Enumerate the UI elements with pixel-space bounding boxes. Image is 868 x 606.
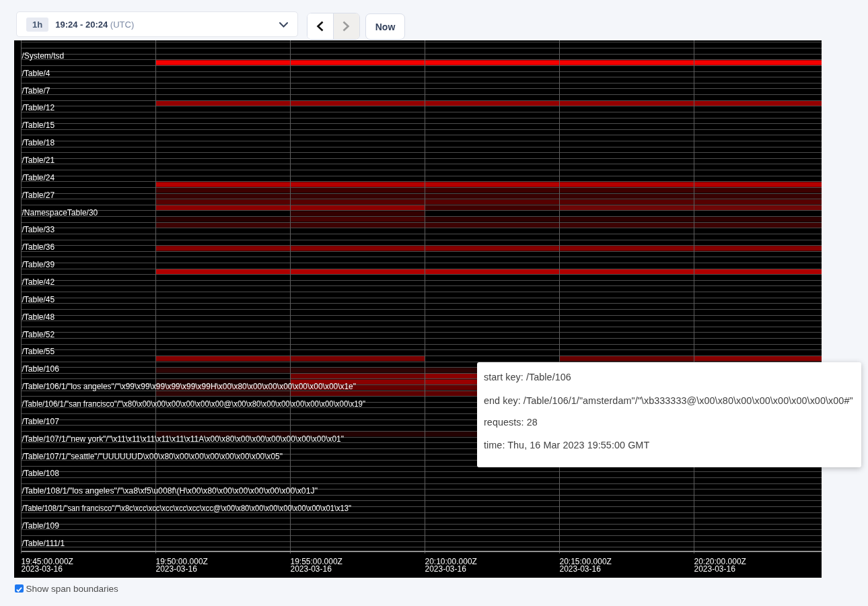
svg-text:/Table/39: /Table/39 (22, 260, 55, 269)
svg-text:/Table/109: /Table/109 (22, 521, 60, 531)
svg-text:/Table/36: /Table/36 (22, 242, 55, 252)
svg-text:/System/tsd: /System/tsd (22, 51, 65, 61)
svg-text:/Table/107/1/"seattle"/"UUUUUU: /Table/107/1/"seattle"/"UUUUUUD\x00\x80\… (22, 452, 283, 461)
svg-text:/Table/15: /Table/15 (22, 121, 55, 130)
svg-text:/Table/106/1/"san francisco"/": /Table/106/1/"san francisco"/"\x80\x00\x… (22, 399, 366, 409)
svg-text:/Table/106: /Table/106 (22, 364, 60, 374)
svg-text:/Table/52: /Table/52 (22, 330, 55, 339)
svg-text:2023-03-16: 2023-03-16 (560, 564, 602, 574)
svg-text:/Table/24: /Table/24 (22, 173, 55, 182)
svg-text:2023-03-16: 2023-03-16 (22, 564, 63, 574)
svg-text:/Table/106/1/"los angeles"/"\x: /Table/106/1/"los angeles"/"\x99\x99\x99… (22, 382, 357, 391)
svg-text:/Table/42: /Table/42 (22, 277, 55, 287)
svg-text:2023-03-16: 2023-03-16 (694, 564, 736, 574)
svg-text:/Table/4: /Table/4 (22, 69, 50, 78)
svg-text:/Table/108: /Table/108 (22, 469, 60, 478)
svg-text:/Table/45: /Table/45 (22, 295, 55, 304)
svg-text:/Table/107/1/"new york"/"\x11\: /Table/107/1/"new york"/"\x11\x11\x11\x1… (22, 434, 345, 444)
svg-text:/Table/111/1: /Table/111/1 (22, 539, 65, 548)
svg-text:/Table/12: /Table/12 (22, 103, 55, 112)
svg-text:/Table/21: /Table/21 (22, 156, 55, 165)
svg-text:/Table/7: /Table/7 (22, 86, 50, 96)
svg-text:/NamespaceTable/30: /NamespaceTable/30 (22, 208, 98, 217)
svg-text:/Table/33: /Table/33 (22, 225, 55, 234)
svg-text:/Table/108/1/"san francisco"/": /Table/108/1/"san francisco"/"\x8c\xcc\x… (22, 504, 352, 513)
svg-text:/Table/107: /Table/107 (22, 417, 60, 426)
svg-text:2023-03-16: 2023-03-16 (156, 564, 198, 574)
svg-text:2023-03-16: 2023-03-16 (425, 564, 467, 574)
svg-text:/Table/48: /Table/48 (22, 312, 55, 322)
svg-text:/Table/27: /Table/27 (22, 191, 55, 200)
svg-text:/Table/55: /Table/55 (22, 347, 55, 356)
svg-text:/Table/18: /Table/18 (22, 138, 55, 147)
svg-text:2023-03-16: 2023-03-16 (291, 564, 332, 574)
svg-text:/Table/108/1/"los angeles"/"\x: /Table/108/1/"los angeles"/"\xa8\xf5\u00… (22, 486, 318, 496)
